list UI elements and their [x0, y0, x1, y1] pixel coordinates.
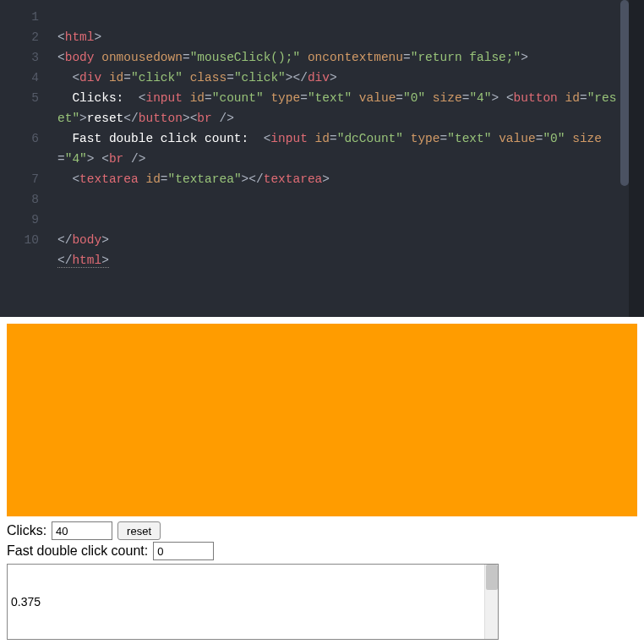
code-token: count: [219, 91, 256, 105]
code-token: html: [72, 254, 101, 267]
code-token: [123, 91, 138, 105]
code-token: [57, 91, 72, 105]
code-token: >: [95, 30, 102, 44]
line-number: 4: [0, 68, 39, 88]
code-token: br: [109, 152, 123, 166]
code-token: [352, 91, 359, 105]
code-token: [95, 51, 102, 64]
line-number: 1: [0, 7, 39, 27]
code-token: ": [256, 91, 264, 105]
code-token: =: [183, 51, 190, 64]
editor-scrollbar-thumb[interactable]: [620, 0, 629, 186]
code-token: html: [65, 30, 95, 44]
log-textarea[interactable]: 0.375 0.22500014305114746 0.238999843597…: [7, 564, 499, 640]
code-token: >: [87, 152, 95, 166]
code-token: =: [580, 91, 587, 105]
code-token: value: [499, 132, 536, 145]
code-token: [403, 132, 411, 145]
code-editor[interactable]: 1 2 3 4 5 6 7 8 9 10 <html> <body onmous…: [0, 0, 629, 317]
code-token: button: [139, 112, 183, 125]
log-line: 0.22500014305114746: [11, 638, 133, 640]
code-token: ": [543, 132, 550, 145]
code-token: ": [418, 91, 425, 105]
code-token: body: [72, 233, 101, 247]
code-token: </: [123, 112, 138, 125]
code-token: >: [322, 172, 330, 186]
code-token: id: [190, 91, 205, 105]
line-number: 5: [0, 88, 39, 128]
code-token: size: [433, 91, 462, 105]
code-token: =: [205, 91, 212, 105]
code-token: [425, 91, 433, 105]
code-token: reset: [87, 112, 124, 125]
code-token: <: [72, 172, 79, 186]
code-token: ": [278, 71, 286, 85]
code-token: ></: [286, 71, 308, 85]
code-token: id: [565, 91, 580, 105]
log-textarea-content: 0.375 0.22500014305114746 0.238999843597…: [11, 566, 133, 640]
code-token: [183, 71, 190, 85]
code-token: ": [175, 71, 183, 85]
code-token: </: [57, 254, 72, 267]
code-token: onmousedown: [101, 51, 183, 64]
line-number: 2: [0, 27, 39, 47]
clicks-row: Clicks: reset: [7, 521, 637, 540]
code-token: value: [359, 91, 396, 105]
code-token: 4: [477, 91, 484, 105]
clicks-input[interactable]: [52, 521, 112, 540]
code-token: id: [315, 132, 330, 145]
code-token: ": [168, 172, 176, 186]
code-token: return false;: [418, 51, 513, 64]
code-token: input: [270, 132, 308, 145]
code-token: ": [469, 91, 477, 105]
code-token: ": [344, 91, 352, 105]
code-token: <: [57, 51, 65, 64]
log-line: 0.375: [11, 595, 133, 609]
code-token: </: [57, 233, 72, 247]
code-token: ": [396, 132, 403, 145]
code-token: =: [123, 71, 131, 85]
reset-button[interactable]: reset: [117, 521, 161, 540]
code-token: ": [131, 71, 139, 85]
code-token: [300, 51, 308, 64]
code-token: 0: [550, 132, 558, 145]
code-token: =: [57, 152, 65, 166]
line-number: 6: [0, 128, 39, 169]
code-token: <: [72, 71, 79, 85]
dc-input[interactable]: [153, 542, 214, 560]
code-token: dcCount: [344, 132, 396, 145]
code-token: type: [411, 132, 440, 145]
code-content[interactable]: <html> <body onmousedown="mouseClick();"…: [57, 7, 622, 291]
code-token: textarea: [264, 172, 323, 186]
code-token: mouseClick();: [197, 51, 292, 64]
code-token: id: [109, 71, 123, 85]
code-token: >: [101, 233, 109, 247]
code-token: [499, 91, 506, 105]
code-token: [95, 152, 102, 166]
code-token: [101, 71, 109, 85]
code-token: class: [190, 71, 227, 85]
click-target-box[interactable]: [7, 324, 637, 516]
line-number-gutter: 1 2 3 4 5 6 7 8 9 10: [0, 0, 49, 317]
editor-scrollbar-track[interactable]: [619, 0, 629, 317]
dc-label: Fast double click count:: [7, 543, 148, 559]
code-token: =: [161, 172, 168, 186]
code-token: <: [101, 152, 109, 166]
code-token: ": [403, 91, 411, 105]
textarea-scrollbar-track[interactable]: [484, 565, 498, 639]
code-token: ": [308, 91, 315, 105]
code-token: [558, 91, 565, 105]
code-token: =: [330, 132, 337, 145]
textarea-scrollbar-thumb[interactable]: [486, 565, 498, 590]
code-token: ": [234, 71, 242, 85]
line-number: 3: [0, 47, 39, 68]
code-token: oncontextmenu: [308, 51, 403, 64]
code-token: text: [315, 91, 345, 105]
code-token: Clicks:: [72, 91, 123, 105]
code-token: [57, 71, 72, 85]
code-token: =: [226, 71, 234, 85]
code-token: click: [242, 71, 279, 85]
code-token: ></: [242, 172, 264, 186]
code-token: =: [396, 91, 403, 105]
line-number: 7: [0, 169, 39, 189]
